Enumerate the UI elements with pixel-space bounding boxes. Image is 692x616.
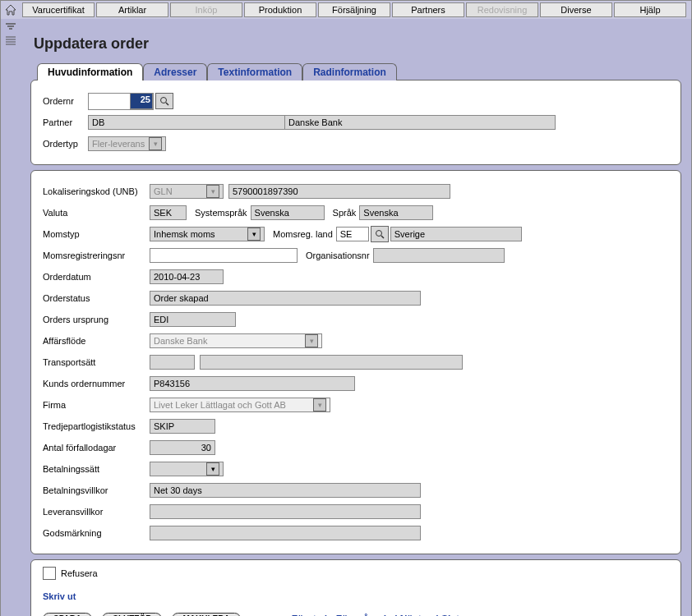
orderstatus-input: Order skapad	[150, 291, 421, 306]
systemsprak-input[interactable]: Svenska	[251, 205, 325, 220]
partner-label: Partner	[43, 117, 88, 127]
lokkod-value-input[interactable]: 5790001897390	[228, 184, 450, 199]
refusera-checkbox[interactable]	[43, 567, 56, 580]
tab-textinformation[interactable]: Textinformation	[207, 63, 302, 80]
momsreg-land-label: Momsreg. land	[273, 229, 333, 239]
affarsflode-select[interactable]: Danske Bank ▾	[150, 333, 322, 348]
tpl-input: SKIP	[150, 419, 215, 434]
momsregnr-label: Momsregistreringsnr	[43, 251, 150, 260]
kundordernr-label: Kunds ordernummer	[43, 379, 150, 388]
pagination-nav: « Första | ‹ Föregående | Nästa › | Sist…	[284, 614, 473, 617]
svg-point-2	[376, 231, 381, 237]
tab-huvudinformation[interactable]: Huvudinformation	[37, 63, 143, 80]
tab-adresser[interactable]: Adresser	[143, 63, 207, 80]
svg-point-0	[161, 98, 167, 103]
menu-diverse[interactable]: Diverse	[540, 2, 612, 17]
menu-produktion[interactable]: Produktion	[244, 2, 316, 17]
menu-forsaljning[interactable]: Försäljning	[318, 2, 390, 17]
slutfor-button[interactable]: SLUTFÖR	[102, 613, 162, 616]
firma-value: Livet Leker Lättlagat och Gott AB	[154, 400, 286, 410]
svg-line-3	[381, 236, 384, 238]
betalningssatt-label: Betalningssätt	[43, 464, 150, 474]
chevron-down-icon: ▾	[305, 334, 318, 347]
menu-redovisning: Redovisning	[466, 2, 538, 17]
skriv-ut-link[interactable]: Skriv ut	[43, 591, 76, 601]
ordernr-input[interactable]: 25	[130, 93, 153, 109]
ordernr-search-button[interactable]	[155, 93, 173, 109]
menu-artiklar[interactable]: Artiklar	[96, 2, 168, 17]
bottom-panel: Refusera Skriv ut SPARA SLUTFÖR MAKULERA…	[30, 559, 681, 616]
momsregnr-input[interactable]	[150, 248, 298, 263]
ursprung-label: Orders ursprung	[43, 315, 150, 324]
orderdatum-input[interactable]: 2010-04-23	[150, 269, 224, 284]
ursprung-input: EDI	[150, 312, 236, 327]
forfallodagar-label: Antal förfallodagar	[43, 443, 150, 453]
nav-first[interactable]: « Första	[284, 614, 322, 617]
leveransvillkor-label: Leveransvillkor	[43, 507, 150, 517]
ordertyp-select[interactable]: Fler-leverans ▾	[88, 136, 166, 151]
tpl-label: Tredjepartlogistikstatus	[43, 421, 150, 431]
lokkod-type-value: GLN	[154, 186, 173, 196]
ordertyp-label: Ordertyp	[43, 139, 88, 149]
chevron-down-icon: ▾	[313, 398, 326, 411]
kundordernr-input[interactable]: P843156	[150, 376, 355, 391]
betalningsvillkor-label: Betalningsvillkor	[43, 485, 150, 495]
momstyp-value: Inhemsk moms	[154, 229, 215, 239]
menu-varucertifikat[interactable]: Varucertifikat	[22, 2, 95, 17]
transportsatt-name-input[interactable]	[200, 355, 463, 370]
affarsflode-label: Affärsflöde	[43, 336, 150, 346]
main-panel: Lokaliseringskod (UNB) GLN ▾ 57900018973…	[30, 170, 681, 554]
chevron-down-icon: ▾	[149, 137, 162, 150]
forfallodagar-input[interactable]: 30	[150, 440, 215, 455]
nav-next[interactable]: Nästa ›	[400, 614, 433, 617]
spara-button[interactable]: SPARA	[43, 613, 92, 616]
sidebar-list-icon[interactable]	[5, 36, 16, 48]
partner-code-input[interactable]: DB	[88, 115, 285, 130]
firma-label: Firma	[43, 400, 150, 410]
godsmarkning-label: Godsmärkning	[43, 528, 150, 538]
sidebar-arrow-icon[interactable]	[5, 23, 16, 33]
chevron-down-icon: ▾	[206, 462, 219, 476]
transportsatt-code-input[interactable]	[150, 355, 195, 370]
search-icon	[375, 229, 385, 239]
refusera-label: Refusera	[61, 568, 98, 578]
momstyp-select[interactable]: Inhemsk moms ▾	[150, 227, 265, 241]
menu-hjalp[interactable]: Hjälp	[614, 2, 686, 17]
valuta-input[interactable]: SEK	[150, 205, 187, 220]
menu-inkop: Inköp	[170, 2, 242, 17]
orderdatum-label: Orderdatum	[43, 272, 150, 282]
valuta-label: Valuta	[43, 208, 150, 218]
leveransvillkor-input[interactable]	[150, 504, 421, 519]
sprak-label: Språk	[333, 208, 357, 218]
affarsflode-value: Danske Bank	[154, 336, 207, 346]
orderstatus-label: Orderstatus	[43, 293, 150, 303]
chevron-down-icon: ▾	[247, 228, 261, 241]
top-panel: Ordernr 25 Partner DB Danske Bank Ordert…	[30, 80, 681, 165]
momstyp-label: Momstyp	[43, 229, 150, 239]
betalningssatt-select[interactable]: ▾	[150, 462, 224, 476]
sprak-input[interactable]: Svenska	[359, 205, 433, 220]
betalningsvillkor-input[interactable]: Net 30 days	[150, 483, 421, 498]
transportsatt-label: Transportsätt	[43, 357, 150, 367]
svg-line-1	[166, 103, 168, 105]
firma-select[interactable]: Livet Leker Lättlagat och Gott AB ▾	[150, 398, 330, 412]
orgnr-input[interactable]	[373, 248, 505, 263]
nav-last[interactable]: Sista »	[441, 614, 473, 617]
lokkod-label: Lokaliseringskod (UNB)	[43, 186, 150, 196]
makulera-button[interactable]: MAKULERA	[172, 613, 240, 616]
lokkod-type-select[interactable]: GLN ▾	[150, 184, 224, 199]
tab-radinformation[interactable]: Radinformation	[302, 63, 397, 80]
ordernr-label: Ordernr	[43, 96, 88, 106]
menu-partners[interactable]: Partners	[392, 2, 464, 17]
page-title: Uppdatera order	[34, 35, 681, 53]
momsreg-land-code-input[interactable]: SE	[336, 227, 369, 241]
partner-name-input[interactable]: Danske Bank	[284, 115, 556, 130]
ordertyp-value: Fler-leverans	[92, 139, 145, 149]
momsreg-land-search-button[interactable]	[371, 226, 389, 242]
home-icon[interactable]	[4, 3, 17, 16]
godsmarkning-input[interactable]	[150, 526, 421, 540]
systemsprak-label: Systemspråk	[195, 208, 247, 218]
search-icon	[159, 96, 169, 106]
orgnr-label: Organisationsnr	[306, 251, 370, 260]
nav-prev[interactable]: ‹ Föregående	[330, 614, 391, 617]
